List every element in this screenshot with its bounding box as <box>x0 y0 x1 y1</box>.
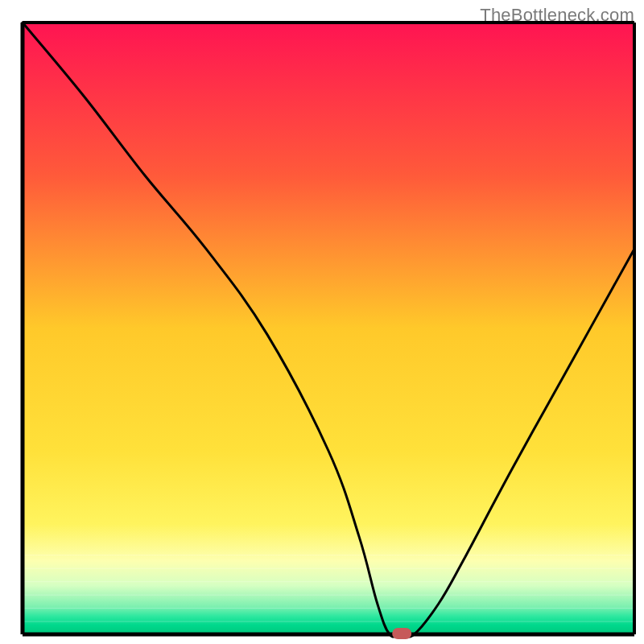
plot-background <box>23 23 634 634</box>
watermark-text: TheBottleneck.com <box>480 5 634 26</box>
band-line <box>23 555 634 555</box>
band-line <box>23 621 634 622</box>
band-line <box>23 595 634 596</box>
chart-stage: TheBottleneck.com <box>0 0 644 644</box>
band-line <box>23 608 634 609</box>
bottleneck-chart <box>0 0 644 644</box>
band-line <box>23 581 634 582</box>
minimum-marker <box>392 628 411 639</box>
band-line <box>23 568 634 569</box>
